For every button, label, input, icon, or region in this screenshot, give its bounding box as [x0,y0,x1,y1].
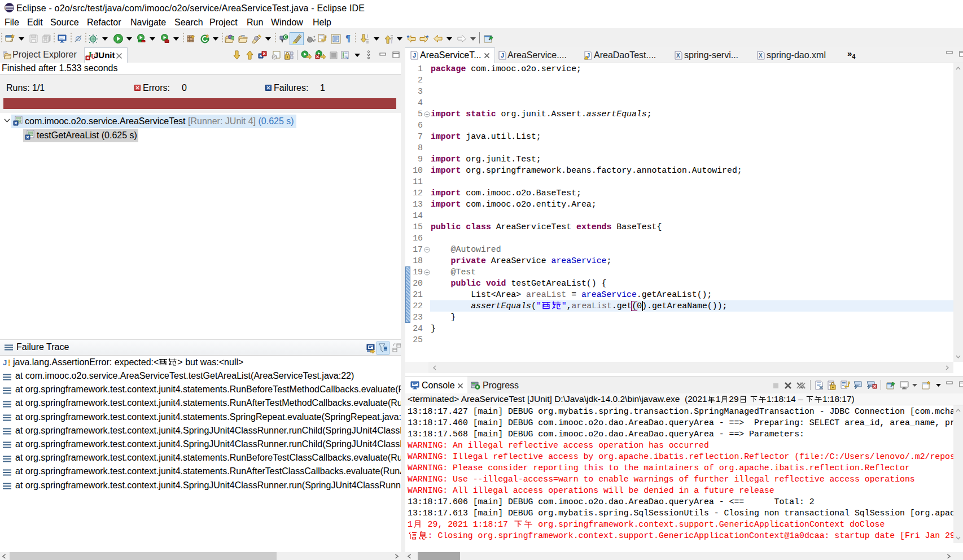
svg-text:X: X [759,53,763,59]
svg-text:J: J [413,52,416,59]
svg-text:X: X [676,53,680,59]
svg-text:J: J [3,358,7,367]
svg-text:¶: ¶ [345,34,351,43]
svg-text:J: J [501,52,504,59]
